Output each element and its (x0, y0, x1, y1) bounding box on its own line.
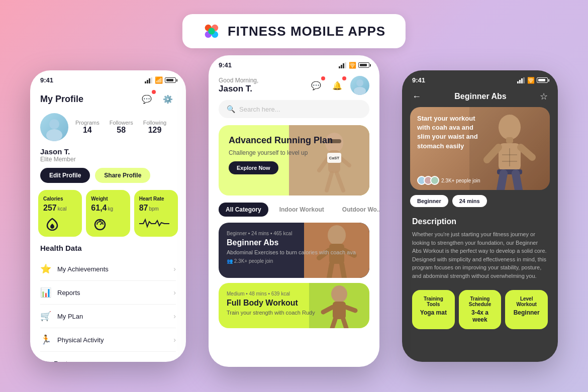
physical-icon: 🏃 (40, 334, 51, 345)
people-count: 2.3K+ people join (441, 178, 480, 183)
routes-menu-item[interactable]: ↩ Routes › (40, 352, 176, 362)
explore-now-button[interactable]: Explore Now (229, 161, 278, 174)
training-tools-value: Yoga mat (417, 309, 450, 316)
svg-rect-17 (343, 63, 344, 68)
middle-phone: 9:41 🛜 Good Morning, Jason T. 💬 🔔 🔍 Sear… (209, 55, 379, 367)
hero-desc-text: Start your workout with coah ava and sli… (417, 114, 478, 151)
training-cards: Training Tools Yoga mat Training Schedul… (402, 285, 558, 334)
left-phone: 9:41 📶 My Profile 💬 ⚙️ Programs 14 (30, 70, 186, 362)
level-workout-value: Beginner (510, 309, 543, 316)
tab-all-category[interactable]: All Category (219, 203, 268, 217)
middle-signal: 🛜 (339, 62, 369, 69)
hero-text-area: Advanced Running Plan Challenge yourself… (229, 135, 359, 174)
svg-rect-5 (145, 81, 146, 83)
right-phone: 9:41 🛜 ← Beginner Abs ☆ Start your worko… (402, 70, 558, 362)
training-tools-label: Training Tools (417, 296, 450, 307)
left-signal: 📶 (145, 76, 176, 84)
detail-title: Beginner Abs (454, 92, 506, 101)
workout-desc-2: Train your strength with coach Rudy (227, 310, 361, 316)
description-section: Description Whether you're just starting… (402, 212, 558, 285)
physical-menu-item[interactable]: 🏃 Physical Activity › (40, 328, 176, 352)
heart-rate-card: Heart Rate 87 bpm (134, 190, 178, 237)
bell-icon[interactable]: 🔔 (329, 77, 345, 93)
workout-title: Beginner Abs (227, 238, 361, 247)
svg-rect-8 (151, 77, 152, 83)
profile-name-area: Jason T. Elite Member (30, 147, 186, 168)
duration-badge: 24 mins (452, 195, 487, 207)
level-badges: Beginner 24 mins (402, 190, 558, 212)
achievements-menu-item[interactable]: ⭐ My Achievements › (40, 257, 176, 281)
training-schedule-value: 3-4x a week (464, 309, 497, 323)
svg-rect-15 (339, 66, 340, 68)
chevron-icon: › (173, 312, 176, 320)
search-input[interactable]: Search here... (239, 106, 280, 113)
level-workout-card: Level Workout Beginner (505, 290, 548, 329)
svg-rect-51 (506, 137, 513, 143)
beginner-badge: Beginner (410, 195, 448, 207)
favorite-button[interactable]: ☆ (540, 91, 548, 102)
svg-point-10 (46, 129, 62, 141)
health-data-section: Health Data ⭐ My Achievements › 📊 Report… (30, 244, 186, 362)
svg-rect-46 (519, 80, 521, 83)
category-tabs: All Category Indoor Workout Outdoor Wo..… (209, 203, 379, 223)
profile-title: My Profile (40, 94, 83, 105)
people-avatars (417, 176, 439, 185)
chevron-icon: › (173, 336, 176, 344)
tab-indoor-workout[interactable]: Indoor Workout (272, 203, 331, 217)
avatar (40, 113, 68, 141)
greeting-name: Jason T. (219, 84, 258, 94)
description-title: Description (412, 217, 548, 226)
achievements-icon: ⭐ (40, 263, 51, 274)
profile-buttons: Edit Profile Share Profile (30, 168, 186, 190)
edit-profile-button[interactable]: Edit Profile (40, 168, 90, 183)
myplan-menu-item[interactable]: 🛒 My PLan › (40, 305, 176, 328)
workout-hero: Start your workout with coah ava and sli… (410, 107, 550, 190)
workout-title-2: Full Body Workout (227, 299, 361, 308)
middle-time: 9:41 (219, 61, 232, 69)
profile-icons: 💬 ⚙️ (139, 91, 176, 107)
workout-card-text-2: Medium • 48 mins • 639 kcal Full Body Wo… (227, 291, 361, 316)
workout-card-text: Beginner • 24 mins • 465 kcal Beginner A… (227, 231, 361, 264)
description-text: Whether you're just starting your fitnes… (412, 230, 548, 280)
stat-following: Following 129 (143, 120, 166, 135)
svg-point-50 (499, 115, 521, 140)
svg-rect-6 (147, 80, 148, 83)
hero-card: Advanced Running Plan Challenge yourself… (219, 125, 369, 195)
beginner-abs-card[interactable]: Beginner • 24 mins • 465 kcal Beginner A… (219, 223, 369, 278)
svg-rect-48 (523, 77, 525, 83)
figma-icon (203, 22, 221, 40)
svg-line-36 (329, 264, 332, 278)
left-time: 9:41 (40, 76, 53, 84)
training-schedule-label: Training Schedule (464, 296, 497, 307)
search-icon: 🔍 (227, 105, 235, 113)
workout-meta: Beginner • 24 mins • 465 kcal (227, 231, 361, 236)
hero-desc: Start your workout with coah ava and sli… (410, 107, 485, 158)
svg-point-19 (356, 79, 363, 86)
workout-meta-2: Medium • 48 mins • 639 kcal (227, 291, 361, 297)
full-body-card[interactable]: Medium • 48 mins • 639 kcal Full Body Wo… (219, 283, 369, 328)
home-avatar[interactable] (350, 76, 369, 95)
tab-outdoor-workout[interactable]: Outdoor Wo... (335, 203, 379, 217)
settings-icon[interactable]: ⚙️ (160, 91, 176, 107)
hero-title: Advanced Running Plan (229, 135, 359, 146)
notification-icon[interactable]: 💬 (139, 91, 155, 107)
hero-subtitle: Challenge yourself to level up (229, 149, 359, 156)
home-icons: 💬 🔔 (308, 76, 369, 95)
svg-line-44 (343, 319, 346, 328)
reports-menu-item[interactable]: 📊 Reports › (40, 281, 176, 305)
profile-stats: Programs 14 Followers 58 Following 129 (75, 120, 176, 135)
chevron-icon: › (173, 359, 176, 362)
share-profile-button[interactable]: Share Profile (95, 168, 150, 183)
chat-icon[interactable]: 💬 (308, 77, 324, 93)
back-button[interactable]: ← (412, 91, 421, 102)
svg-line-60 (516, 173, 519, 190)
search-bar[interactable]: 🔍 Search here... (219, 100, 369, 118)
svg-point-9 (49, 119, 59, 129)
stat-followers: Followers 58 (110, 120, 133, 135)
reports-icon: 📊 (40, 287, 51, 298)
avatar-3 (430, 176, 439, 185)
chevron-icon: › (173, 265, 176, 273)
svg-line-43 (332, 319, 335, 328)
section-title: Health Data (40, 244, 176, 252)
svg-rect-45 (517, 81, 519, 83)
